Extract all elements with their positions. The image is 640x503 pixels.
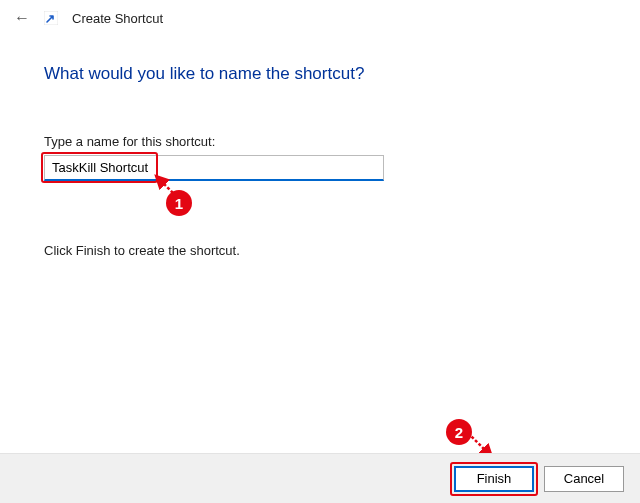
wizard-header: ← Create Shortcut [0,0,640,34]
instruction-text: Click Finish to create the shortcut. [44,243,596,258]
wizard-footer: Finish Cancel [0,453,640,503]
name-input-wrap [44,155,384,181]
shortcut-icon [44,11,58,25]
wizard-content: What would you like to name the shortcut… [0,34,640,258]
finish-button-wrap: Finish [454,466,534,492]
page-heading: What would you like to name the shortcut… [44,64,596,84]
cancel-button[interactable]: Cancel [544,466,624,492]
annotation-callout-2: 2 [446,419,472,445]
shortcut-name-input[interactable] [44,155,384,181]
finish-button[interactable]: Finish [454,466,534,492]
name-field-label: Type a name for this shortcut: [44,134,596,149]
back-arrow-icon[interactable]: ← [14,10,30,26]
window-title: Create Shortcut [72,11,163,26]
